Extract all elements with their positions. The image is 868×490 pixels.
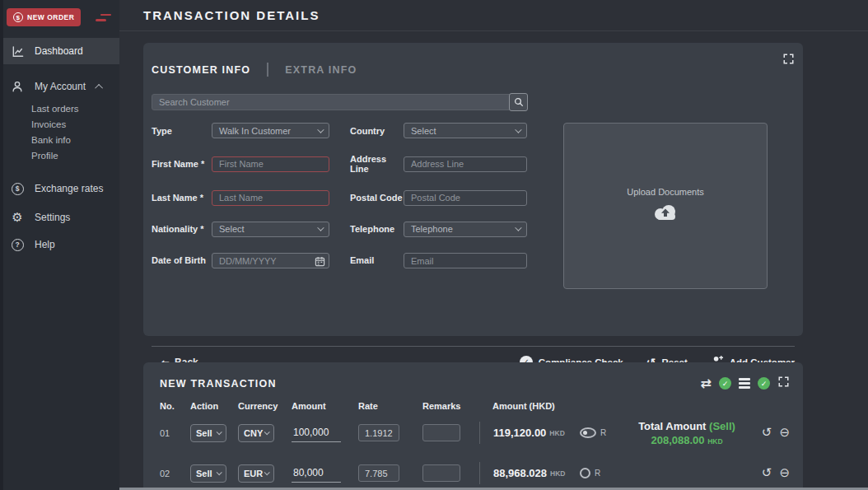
sidebar-item-exchange-rates[interactable]: $ Exchange rates	[0, 175, 119, 202]
sidebar-item-profile[interactable]: Profile	[31, 148, 119, 164]
remove-row-icon[interactable]: ⊖	[779, 467, 790, 479]
remove-row-icon[interactable]: ⊖	[779, 427, 790, 439]
amount-input[interactable]	[292, 427, 341, 442]
customer-info-card: CUSTOMER INFO EXTRA INFO Type Walk In Cu…	[143, 43, 803, 336]
customer-search	[152, 94, 527, 110]
sidebar-item-help[interactable]: ? Help	[0, 231, 119, 258]
check-circle-icon: ✓	[758, 377, 770, 390]
transaction-row: 02 Sell EUR 88,968.028 HKD R	[160, 462, 790, 484]
chevron-up-icon	[95, 83, 103, 91]
upload-documents-label: Upload Documents	[627, 187, 704, 197]
remarks-input[interactable]	[422, 424, 460, 441]
country-select[interactable]: Select	[404, 123, 527, 138]
calendar-icon[interactable]	[315, 255, 325, 270]
email-label: Email	[350, 255, 404, 265]
telephone-label: Telephone	[350, 224, 404, 234]
fullscreen-icon[interactable]	[777, 376, 790, 391]
customer-form: Type Walk In Customer Country Select Fir…	[152, 123, 527, 289]
sidebar-item-settings[interactable]: ⚙ Settings	[0, 204, 119, 231]
postal-code-field[interactable]	[404, 190, 527, 206]
address-label: Address Line	[350, 154, 404, 174]
chevron-down-icon	[264, 429, 270, 435]
new-transaction-title: NEW TRANSACTION	[160, 378, 277, 390]
sidebar-item-bank-info[interactable]: Bank info	[31, 133, 119, 148]
country-label: Country	[350, 126, 404, 136]
page-title: TRANSACTION DETAILS	[143, 8, 320, 22]
first-name-label: First Name *	[152, 159, 212, 169]
col-action: Action	[190, 401, 238, 411]
rate-input[interactable]	[358, 424, 399, 441]
chevron-down-icon	[515, 126, 521, 133]
col-currency: Currency	[238, 401, 292, 411]
undo-row-icon[interactable]: ↺	[762, 427, 772, 439]
chevron-down-icon	[264, 469, 270, 475]
type-select[interactable]: Walk In Customer	[212, 123, 329, 138]
row-number: 02	[160, 469, 190, 478]
sidebar-item-label: Help	[35, 239, 55, 250]
currency-select[interactable]: CNY	[238, 424, 274, 442]
undo-row-icon[interactable]: ↺	[762, 467, 772, 479]
action-select[interactable]: Sell	[190, 464, 226, 483]
postal-code-label: Postal Code	[350, 193, 404, 203]
action-select[interactable]: Sell	[190, 424, 226, 442]
col-amount-hkd: Amount (HKD)	[479, 401, 580, 411]
footer-divider	[152, 346, 795, 347]
sidebar-item-my-account[interactable]: My Account	[0, 73, 119, 100]
chevron-down-icon	[515, 224, 521, 231]
chart-icon	[10, 44, 25, 58]
email-field[interactable]	[404, 253, 527, 268]
dob-label: Date of Birth	[152, 255, 212, 265]
sidebar-item-last-orders[interactable]: Last orders	[31, 101, 119, 117]
sidebar-item-label: Settings	[35, 212, 70, 223]
my-account-submenu: Last orders Invoices Bank info Profile	[0, 101, 119, 164]
last-name-field[interactable]	[212, 190, 329, 206]
currency-select[interactable]: EUR	[238, 464, 274, 483]
rate-input[interactable]	[358, 464, 399, 482]
new-order-label: NEW ORDER	[27, 13, 74, 21]
sidebar-item-dashboard[interactable]: Dashboard	[0, 38, 119, 64]
last-name-label: Last Name *	[152, 193, 212, 203]
dollar-circle-icon: $	[13, 12, 23, 22]
sidebar-item-label: Dashboard	[35, 45, 83, 57]
chevron-down-icon	[217, 469, 222, 475]
sidebar-item-invoices[interactable]: Invoices	[31, 117, 119, 133]
search-icon[interactable]	[509, 93, 528, 111]
nationality-label: Nationality *	[152, 224, 212, 234]
type-label: Type	[152, 126, 212, 136]
menu-toggle-icon[interactable]	[96, 14, 111, 21]
amount-input[interactable]	[292, 467, 341, 483]
tab-divider	[267, 63, 268, 77]
col-no: No.	[160, 401, 190, 411]
list-icon[interactable]	[739, 378, 750, 389]
tab-customer-info[interactable]: CUSTOMER INFO	[152, 64, 250, 76]
col-rate: Rate	[358, 401, 422, 411]
remarks-input[interactable]	[422, 464, 460, 482]
swap-rates-icon[interactable]: ⇄	[701, 377, 712, 390]
customer-tabs: CUSTOMER INFO EXTRA INFO	[152, 63, 795, 77]
amount-hkd-value: 88,968.028 HKD	[479, 462, 580, 484]
rate-radio-selected[interactable]	[580, 427, 596, 438]
upload-documents-dropzone[interactable]: Upload Documents	[563, 123, 768, 289]
rate-radio-unselected[interactable]	[580, 468, 590, 478]
question-circle-icon: ?	[10, 239, 25, 251]
sidebar-scrollbar[interactable]	[0, 0, 3, 490]
col-remarks: Remarks	[422, 401, 479, 411]
fullscreen-icon[interactable]	[782, 53, 795, 68]
radio-label: R	[595, 469, 600, 478]
amount-hkd-value: 119,120.00 HKD	[479, 422, 580, 444]
nationality-select[interactable]: Select	[212, 222, 329, 237]
first-name-field[interactable]	[212, 156, 329, 172]
person-icon	[10, 80, 25, 93]
search-customer-input[interactable]	[152, 94, 527, 110]
radio-label: R	[600, 428, 606, 437]
row-number: 01	[160, 428, 190, 438]
tab-extra-info[interactable]: EXTRA INFO	[285, 64, 357, 76]
date-of-birth-field[interactable]	[212, 253, 329, 268]
address-line-field[interactable]	[404, 156, 527, 172]
telephone-select[interactable]: Telephone	[404, 222, 527, 237]
col-amount: Amount	[292, 401, 358, 411]
gear-icon: ⚙	[10, 210, 25, 225]
total-amount-block: Total Amount (Sell) 208,088.00 HKD	[617, 420, 757, 446]
chevron-down-icon	[317, 126, 324, 133]
new-order-button[interactable]: $ NEW ORDER	[7, 8, 81, 26]
